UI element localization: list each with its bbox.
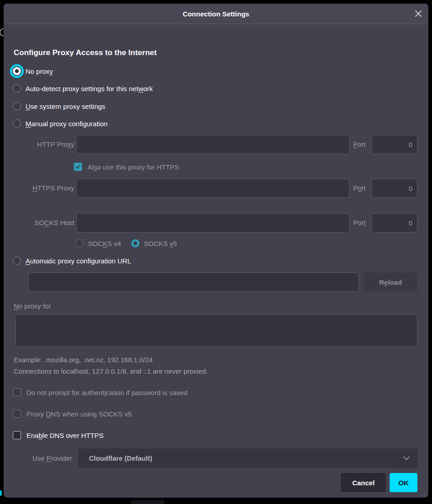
enable-doh-label: Enable DNS over HTTPS (26, 432, 103, 439)
connection-settings-dialog: Connection Settings Configure Proxy Acce… (4, 4, 428, 498)
auto-config-url-input[interactable] (28, 273, 359, 292)
doh-provider-selected-value: Cloudflare (Default) (89, 454, 152, 462)
proxy-dns-checkbox-row[interactable]: Proxy DNS when using SOCKS v5 (13, 407, 132, 420)
radio-row-auto-detect[interactable]: Auto-detect proxy settings for this netw… (13, 82, 153, 95)
also-https-label: Also use this proxy for HTTPS (87, 163, 179, 171)
no-proxy-radio[interactable] (13, 67, 21, 75)
also-https-checkbox-row[interactable]: Also use this proxy for HTTPS (74, 160, 179, 173)
chevron-down-icon (403, 456, 410, 460)
socks-version-row: SOCKS v4 SOCKS v5 (75, 237, 177, 250)
dialog-title: Connection Settings (183, 10, 249, 18)
http-proxy-label: HTTP Proxy (4, 135, 74, 154)
close-icon[interactable] (415, 10, 422, 17)
socks-host-input[interactable] (76, 213, 350, 232)
proxy-dns-label: Proxy DNS when using SOCKS v5 (26, 410, 132, 418)
manual-proxy-label: Manual proxy configuration (26, 120, 108, 128)
socks-v5-label: SOCKS v5 (144, 240, 177, 247)
radio-row-no-proxy[interactable]: No proxy (13, 65, 53, 77)
no-prompt-checkbox-row[interactable]: Do not prompt for authentication if pass… (13, 386, 188, 399)
system-proxy-radio[interactable] (13, 102, 21, 110)
no-proxy-for-label-row: No proxy for (14, 299, 51, 312)
socks-port-input[interactable] (371, 213, 417, 232)
cancel-button[interactable]: Cancel (341, 473, 386, 492)
auto-config-url-label: Automatic proxy configuration URL (26, 257, 131, 265)
manual-proxy-radio[interactable] (13, 119, 21, 128)
page-title: Configure Proxy Access to the Internet (14, 48, 157, 57)
ok-button[interactable]: OK (390, 473, 417, 492)
enable-doh-checkbox-row[interactable]: Enable DNS over HTTPS (13, 429, 103, 442)
no-proxy-for-textarea[interactable] (15, 314, 417, 347)
also-https-checkbox[interactable] (74, 163, 82, 171)
auto-detect-radio[interactable] (13, 84, 21, 93)
no-prompt-label: Do not prompt for authentication if pass… (26, 389, 188, 396)
system-proxy-label: Use system proxy settings (26, 103, 105, 110)
auto-detect-label: Auto-detect proxy settings for this netw… (26, 85, 153, 93)
socks-port-label: Port (353, 213, 366, 232)
localhost-note-text: Connections to localhost, 127.0.0.1/8, a… (14, 367, 208, 375)
radio-row-auto-config-url[interactable]: Automatic proxy configuration URL (13, 254, 131, 267)
no-prompt-checkbox[interactable] (13, 388, 21, 396)
background-accent-fragment (0, 490, 2, 496)
https-proxy-input[interactable] (76, 179, 350, 198)
http-port-input[interactable] (371, 135, 417, 154)
reload-button[interactable]: Reload (364, 273, 417, 292)
socks-v4-radio[interactable] (75, 239, 83, 247)
dialog-titlebar: Connection Settings (4, 4, 428, 24)
proxy-dns-checkbox[interactable] (13, 410, 21, 418)
enable-doh-checkbox[interactable] (13, 431, 21, 439)
http-proxy-input[interactable] (76, 135, 350, 154)
socks-v4-label: SOCKS v4 (88, 240, 121, 247)
no-proxy-for-label: No proxy for (14, 302, 51, 310)
auto-config-url-radio[interactable] (13, 257, 21, 265)
radio-row-system-proxy[interactable]: Use system proxy settings (13, 100, 105, 113)
resize-grip[interactable] (421, 490, 427, 496)
https-port-label: Port (353, 179, 366, 198)
http-port-label: Port (353, 135, 366, 154)
doh-provider-select[interactable]: Cloudflare (Default) (78, 448, 417, 468)
use-provider-label: Use Provider (4, 448, 72, 468)
https-port-input[interactable] (371, 179, 417, 198)
https-proxy-label: HTTPS Proxy (4, 179, 74, 198)
socks-v5-radio[interactable] (131, 239, 139, 247)
radio-row-manual-proxy[interactable]: Manual proxy configuration (13, 117, 108, 130)
no-proxy-label: No proxy (26, 67, 53, 75)
no-proxy-example-text: Example: .mozilla.org, .net.nz, 192.168.… (14, 356, 153, 364)
background-page-fragment (131, 500, 164, 504)
socks-host-label: SOCKS Host (4, 213, 74, 232)
